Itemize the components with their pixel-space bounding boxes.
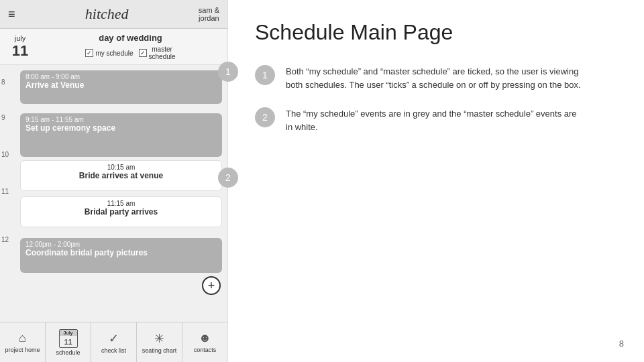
nav-item-contacts[interactable]: ☻ contacts: [182, 322, 227, 362]
house-icon: ⌂: [19, 331, 26, 345]
page-title: Schedule Main Page: [255, 20, 617, 45]
event-arrive-at-venue[interactable]: 8:00 am - 9:00 am Arrive at Venue: [20, 70, 222, 104]
master-schedule-checkbox[interactable]: [139, 49, 147, 57]
date-day: 11: [12, 42, 28, 60]
event-title-3: Bride arrives at venue: [26, 171, 216, 180]
time-labels: 8 9 10 11 12: [0, 65, 20, 322]
master-schedule-label: master schedule: [149, 46, 176, 60]
event-title-1: Arrive at Venue: [25, 80, 217, 90]
check-icon: ✓: [109, 331, 119, 346]
seating-icon: ✳: [154, 331, 164, 346]
event-time-4: 11:15 am: [26, 200, 216, 207]
nav-label-project-home: project home: [5, 347, 40, 353]
annotation-bubble-2: 2: [255, 107, 275, 127]
event-bride-arrives[interactable]: 10:15 am Bride arrives at venue: [20, 160, 222, 191]
nav-item-project-home[interactable]: ⌂ project home: [0, 322, 46, 362]
event-time-3: 10:15 am: [26, 164, 216, 171]
schedule-title: day of wedding: [40, 33, 221, 43]
schedule-title-block: day of wedding my schedule master schedu…: [40, 33, 221, 60]
my-schedule-toggle[interactable]: my schedule: [85, 46, 133, 60]
event-coordinate-pictures[interactable]: 12:00pm - 2:00pm Coordinate bridal party…: [20, 238, 222, 273]
page-number: 8: [619, 339, 624, 349]
right-panel: Schedule Main Page 1 Both “my schedule” …: [228, 0, 644, 362]
user-info: sam & jordan: [199, 6, 219, 22]
nav-label-schedule: schedule: [56, 349, 80, 356]
my-schedule-checkbox[interactable]: [85, 49, 93, 57]
calendar-icon: July 11: [59, 329, 78, 348]
nav-item-seating-chart[interactable]: ✳ seating chart: [137, 322, 182, 362]
events-area: 8:00 am - 9:00 am Arrive at Venue 9:15 a…: [20, 65, 222, 322]
nav-item-schedule[interactable]: July 11 schedule: [46, 322, 91, 362]
nav-item-check-list[interactable]: ✓ check list: [91, 322, 137, 362]
event-time-1: 8:00 am - 9:00 am: [25, 73, 217, 80]
annotation-bubble-1: 1: [255, 65, 275, 85]
callout-2: 2: [218, 168, 238, 188]
event-title-4: Bridal party arrives: [26, 207, 216, 217]
menu-icon[interactable]: ≡: [8, 7, 15, 21]
person-icon: ☻: [199, 331, 211, 345]
annotation-2: 2 The “my schedule” events are in grey a…: [255, 107, 617, 133]
callout-1: 1: [218, 62, 238, 82]
event-time-5: 12:00pm - 2:00pm: [25, 241, 217, 248]
annotation-text-2: The “my schedule” events are in grey and…: [286, 107, 581, 133]
date-block: july 11: [7, 34, 34, 60]
nav-label-seating-chart: seating chart: [142, 347, 177, 354]
schedule-body: 8 9 10 11 12 8:00 am - 9:00 am Arrive at…: [0, 65, 227, 322]
time-label-10: 10: [1, 151, 9, 158]
day-header: july 11 day of wedding my schedule maste…: [0, 29, 227, 65]
event-title-2: Set up ceremony space: [25, 123, 217, 133]
time-label-9: 9: [1, 114, 5, 121]
nav-label-check-list: check list: [101, 347, 126, 354]
master-schedule-toggle[interactable]: master schedule: [139, 46, 176, 60]
add-event-button[interactable]: +: [202, 276, 221, 295]
event-set-up-ceremony[interactable]: 9:15 am - 11:55 am Set up ceremony space: [20, 113, 222, 157]
event-title-5: Coordinate bridal party pictures: [25, 248, 217, 257]
schedule-toggles: my schedule master schedule: [40, 46, 221, 60]
bottom-nav: ⌂ project home July 11 schedule ✓ check …: [0, 322, 227, 362]
phone-mockup: ≡ hitched sam & jordan july 11 day of we…: [0, 0, 228, 362]
time-label-8: 8: [1, 78, 5, 86]
time-label-11: 11: [1, 188, 9, 195]
app-header: ≡ hitched sam & jordan: [0, 0, 227, 29]
app-title: hitched: [85, 5, 129, 23]
event-bridal-party-arrives[interactable]: 11:15 am Bridal party arrives: [20, 196, 222, 227]
annotation-1: 1 Both “my schedule” and “master schedul…: [255, 65, 617, 91]
date-month: july: [15, 34, 26, 42]
my-schedule-label: my schedule: [95, 50, 133, 57]
time-label-12: 12: [1, 236, 9, 243]
nav-label-contacts: contacts: [194, 347, 217, 353]
annotation-text-1: Both “my schedule” and “master schedule”…: [286, 65, 581, 91]
event-time-2: 9:15 am - 11:55 am: [25, 116, 217, 123]
